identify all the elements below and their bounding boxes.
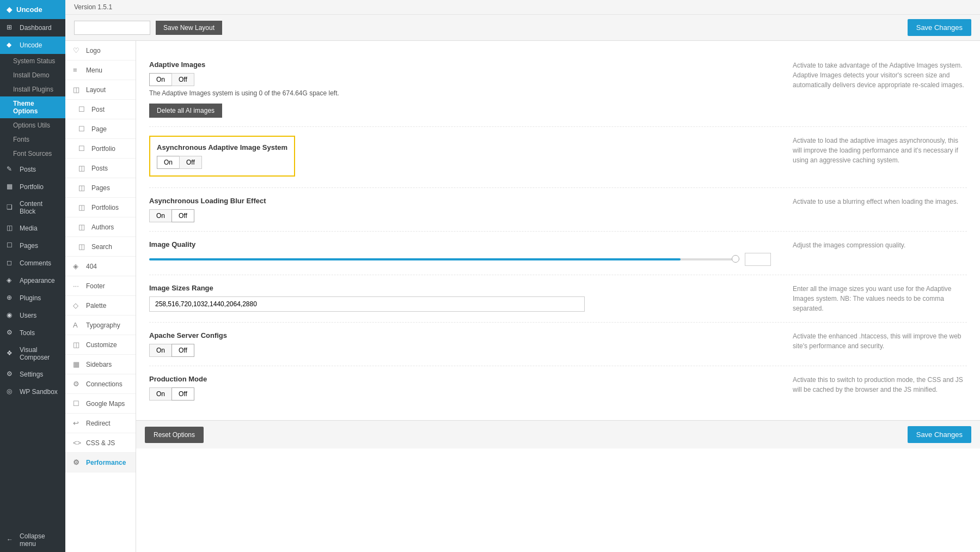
nav-item-redirect[interactable]: ↩ Redirect bbox=[65, 414, 136, 433]
sidebar-item-install-plugins[interactable]: Install Plugins bbox=[0, 82, 65, 96]
save-new-layout-button[interactable]: Save New Layout bbox=[156, 21, 222, 35]
sidebar-brand[interactable]: ◆ Uncode bbox=[0, 0, 65, 19]
nav-item-connections[interactable]: ⚙ Connections bbox=[65, 374, 136, 394]
apache-configs-off-btn[interactable]: Off bbox=[171, 344, 194, 357]
adaptive-images-info: The Adaptive Images system is using 0 of… bbox=[149, 89, 771, 97]
setting-left: Production Mode On Off bbox=[149, 375, 782, 401]
sidebar-item-dashboard[interactable]: ⊞ Dashboard bbox=[0, 19, 65, 37]
sidebar-item-posts[interactable]: ✎ Posts bbox=[0, 161, 65, 178]
sidebar-item-options-utils[interactable]: Options Utils bbox=[0, 118, 65, 132]
nav-item-404[interactable]: ◈ 404 bbox=[65, 257, 136, 276]
blur-effect-title: Asynchronous Loading Blur Effect bbox=[149, 197, 771, 205]
sidebar-label: Dashboard bbox=[20, 24, 52, 32]
apache-configs-toggle: On Off bbox=[149, 344, 771, 357]
nav-item-search[interactable]: ◫ Search bbox=[65, 237, 136, 257]
sidebar-item-users[interactable]: ◉ Users bbox=[0, 307, 65, 324]
image-quality-value-input[interactable]: 90 bbox=[745, 253, 771, 266]
sidebar-item-media[interactable]: ◫ Media bbox=[0, 220, 65, 237]
async-adaptive-off-btn[interactable]: Off bbox=[179, 156, 202, 169]
nav-item-performance[interactable]: ⚙ Performance bbox=[65, 453, 136, 472]
production-mode-title: Production Mode bbox=[149, 375, 771, 383]
nav-item-css-js[interactable]: <> CSS & JS bbox=[65, 433, 136, 453]
nav-item-layout[interactable]: ◫ Layout bbox=[65, 80, 136, 100]
layout-name-input[interactable] bbox=[74, 21, 150, 35]
nav-item-customize[interactable]: ◫ Customize bbox=[65, 335, 136, 355]
sidebar-label: Users bbox=[20, 312, 36, 319]
sidebar-label: Media bbox=[20, 225, 38, 232]
sidebar-item-settings[interactable]: ⚙ Settings bbox=[0, 366, 65, 383]
plugins-icon: ⊕ bbox=[7, 294, 15, 302]
save-changes-button-top[interactable]: Save Changes bbox=[908, 19, 971, 36]
blur-effect-toggle: On Off bbox=[149, 209, 771, 222]
nav-item-portfolios[interactable]: ◫ Portfolios bbox=[65, 198, 136, 217]
adaptive-images-on-btn[interactable]: On bbox=[149, 73, 171, 86]
settings-icon: ⚙ bbox=[7, 370, 15, 379]
sidebar-item-install-demo[interactable]: Install Demo bbox=[0, 68, 65, 82]
sidebar-item-wp-sandbox[interactable]: ◎ WP Sandbox bbox=[0, 383, 65, 401]
blur-effect-off-btn[interactable]: Off bbox=[171, 209, 194, 222]
sidebar-item-content-block[interactable]: ❑ Content Block bbox=[0, 196, 65, 220]
nav-label: 404 bbox=[86, 263, 97, 270]
authors-nav-icon: ◫ bbox=[78, 223, 87, 231]
menu-nav-icon: ≡ bbox=[73, 66, 82, 74]
nav-item-page[interactable]: ☐ Page bbox=[65, 119, 136, 139]
sidebar-item-collapse[interactable]: ← Collapse menu bbox=[0, 528, 65, 552]
sidebar-item-system-status[interactable]: System Status bbox=[0, 54, 65, 68]
css-js-nav-icon: <> bbox=[73, 439, 82, 447]
sidebar-item-font-sources[interactable]: Font Sources bbox=[0, 147, 65, 161]
sidebar-item-appearance[interactable]: ◈ Appearance bbox=[0, 272, 65, 289]
apache-configs-on-btn[interactable]: On bbox=[149, 344, 171, 357]
sidebar-item-pages[interactable]: ☐ Pages bbox=[0, 237, 65, 254]
image-quality-slider-container: 90 bbox=[149, 253, 771, 266]
sidebar-item-tools[interactable]: ⚙ Tools bbox=[0, 324, 65, 342]
nav-item-menu[interactable]: ≡ Menu bbox=[65, 60, 136, 80]
dashboard-icon: ⊞ bbox=[7, 23, 15, 32]
blur-effect-on-btn[interactable]: On bbox=[149, 209, 171, 222]
users-icon: ◉ bbox=[7, 311, 15, 320]
sidebar-item-theme-options[interactable]: Theme Options bbox=[0, 96, 65, 118]
async-adaptive-on-btn[interactable]: On bbox=[157, 156, 179, 169]
nav-item-portfolio[interactable]: ☐ Portfolio bbox=[65, 139, 136, 159]
sidebar-item-visual-composer[interactable]: ❖ Visual Composer bbox=[0, 342, 65, 366]
nav-item-post[interactable]: ☐ Post bbox=[65, 100, 136, 119]
nav-item-sidebars[interactable]: ▦ Sidebars bbox=[65, 355, 136, 374]
production-mode-on-btn[interactable]: On bbox=[149, 387, 171, 401]
slider-thumb[interactable] bbox=[732, 255, 739, 263]
setting-production-mode: Production Mode On Off Activate this to … bbox=[149, 366, 967, 409]
sidebar-item-fonts[interactable]: Fonts bbox=[0, 132, 65, 147]
sidebar-item-comments[interactable]: ◻ Comments bbox=[0, 254, 65, 272]
brand-icon: ◆ bbox=[7, 5, 12, 14]
nav-item-palette[interactable]: ◇ Palette bbox=[65, 296, 136, 316]
setting-left: Asynchronous Loading Blur Effect On Off bbox=[149, 197, 782, 222]
production-mode-off-btn[interactable]: Off bbox=[171, 387, 194, 401]
setting-left: Image Quality 90 bbox=[149, 240, 782, 266]
nav-item-authors[interactable]: ◫ Authors bbox=[65, 217, 136, 237]
nav-item-pages[interactable]: ◫ Pages bbox=[65, 178, 136, 198]
nav-label: Pages bbox=[91, 184, 110, 192]
reset-options-button[interactable]: Reset Options bbox=[145, 427, 204, 443]
nav-item-typography[interactable]: A Typography bbox=[65, 316, 136, 335]
image-sizes-input[interactable] bbox=[149, 296, 585, 312]
pages-icon: ☐ bbox=[7, 241, 15, 250]
uncode-icon: ◆ bbox=[7, 41, 15, 50]
nav-label: Google Maps bbox=[86, 400, 125, 408]
async-adaptive-help: Activate to load the adaptive images asy… bbox=[782, 136, 967, 165]
connections-nav-icon: ⚙ bbox=[73, 380, 82, 388]
sidebar-item-uncode[interactable]: ◆ Uncode bbox=[0, 37, 65, 54]
sidebar-item-portfolio[interactable]: ▦ Portfolio bbox=[0, 178, 65, 196]
sidebar-label: Comments bbox=[20, 259, 51, 267]
sidebar-label: Portfolio bbox=[20, 183, 44, 191]
blur-effect-help: Activate to use a blurring effect when l… bbox=[782, 197, 967, 207]
nav-item-posts[interactable]: ◫ Posts bbox=[65, 159, 136, 178]
nav-item-google-maps[interactable]: ☐ Google Maps bbox=[65, 394, 136, 414]
nav-item-logo[interactable]: ♡ Logo bbox=[65, 41, 136, 60]
nav-label: Logo bbox=[86, 47, 101, 54]
adaptive-images-off-btn[interactable]: Off bbox=[171, 73, 194, 86]
async-adaptive-toggle: On Off bbox=[157, 156, 287, 169]
save-changes-button-bottom[interactable]: Save Changes bbox=[908, 426, 971, 443]
nav-item-footer[interactable]: ··· Footer bbox=[65, 276, 136, 296]
sidebar-label: Content Block bbox=[20, 200, 59, 215]
delete-ai-images-button[interactable]: Delete all AI images bbox=[149, 104, 222, 118]
sidebar-item-plugins[interactable]: ⊕ Plugins bbox=[0, 289, 65, 307]
maps-nav-icon: ☐ bbox=[73, 399, 82, 408]
